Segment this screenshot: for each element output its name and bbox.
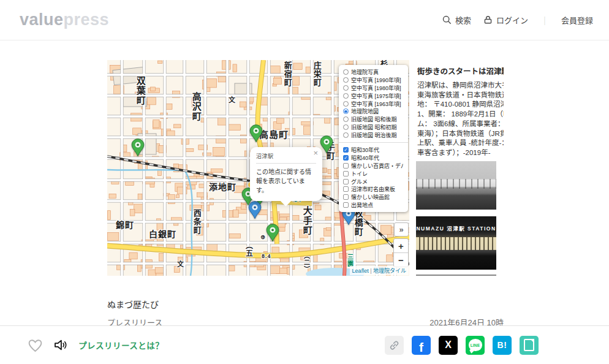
checkbox-checked-icon[interactable] <box>343 147 349 153</box>
share-facebook-button[interactable]: f <box>412 336 431 355</box>
station-photo-night: NUMAZU 沼津駅 STATION <box>416 216 496 270</box>
zoom-in-button[interactable]: + <box>394 239 408 253</box>
station-photo-third <box>416 275 496 276</box>
layer-option[interactable]: グルメ <box>343 178 404 186</box>
layer-option[interactable]: 旧版地図 昭和初期 <box>343 123 404 131</box>
layer-option-label: トイレ <box>351 170 368 178</box>
radio-icon[interactable] <box>343 69 349 75</box>
layer-option[interactable]: 昭和30年代 <box>343 146 404 154</box>
checkbox-checked-icon[interactable] <box>343 155 349 161</box>
map-label: 三園 <box>346 254 353 267</box>
map-label: 高島町 <box>259 130 289 140</box>
map-label: 高沢町 <box>191 92 201 121</box>
layer-option[interactable]: 旧版地図 昭和後期 <box>343 115 404 123</box>
sidebar-description: 沼津駅は、静岡県沼津市大手町東海旅客鉄道・日本貨物鉄道の地： 〒410-0801… <box>416 81 504 158</box>
sidebar-text-line: 東海）；日本貨物鉄道（JR貨物 <box>417 129 504 139</box>
logo-value-text: value <box>20 10 64 29</box>
sidebar-text-line: 1、開業： 1889年2月1日（明 <box>417 110 504 119</box>
layers-control: 地理院写真空中写真 [1990年頃]空中写真 [1980年頃]空中写真 [197… <box>339 65 408 212</box>
map-label: ⊕ <box>260 234 266 241</box>
zoom-out-button[interactable]: − <box>394 253 408 267</box>
radio-icon[interactable] <box>343 85 349 91</box>
map-sidebar: 街歩きのスタートは沼津駅 沼津駅は、静岡県沼津市大手町東海旅客鉄道・日本貨物鉄道… <box>416 60 504 276</box>
layer-option[interactable]: 懐かしい百貨店・デパート <box>343 162 404 170</box>
sidebar-heading: 街歩きのスタートは沼津駅 <box>417 65 504 77</box>
radio-icon[interactable] <box>343 101 349 107</box>
layer-option-label: グルメ <box>351 178 368 186</box>
popup-title: 沼津駅 <box>256 152 316 160</box>
checkbox-icon[interactable] <box>343 171 349 176</box>
like-button[interactable] <box>27 338 44 353</box>
radio-icon[interactable] <box>343 77 349 83</box>
facebook-icon: f <box>419 341 423 354</box>
layer-option[interactable]: 空中写真 [1975年頃] <box>343 92 404 100</box>
sidebar-text-line: 地： 〒410-0801 静岡県沼津市 <box>417 100 504 110</box>
layer-option-label: 地理院地図 <box>351 107 379 115</box>
login-label: ログイン <box>496 14 528 26</box>
map-label: 双葉町 <box>135 76 145 105</box>
layer-option[interactable]: 地理院地図 <box>343 107 404 115</box>
layer-option[interactable]: 空中写真 [1963年頃] <box>343 100 404 108</box>
lock-icon <box>483 15 493 25</box>
popup-close-icon[interactable]: × <box>313 149 318 157</box>
popup-divider <box>256 163 316 164</box>
register-link[interactable]: 会員登録 <box>561 14 593 26</box>
bottom-action-bar: プレスリリースとは？ fXLINEB! <box>0 325 609 364</box>
layer-option[interactable]: 旧版地図 明治後期 <box>343 131 404 139</box>
map-label: 文 <box>177 261 184 268</box>
radio-icon[interactable] <box>343 93 349 99</box>
read-aloud-button[interactable] <box>52 337 69 353</box>
layer-option[interactable]: 懐かしい映画館 <box>343 193 404 201</box>
site-logo[interactable]: valuepress <box>20 12 109 28</box>
share-line-button[interactable]: LINE <box>466 336 485 355</box>
share-hatena-button[interactable]: B! <box>493 336 512 355</box>
map-label: （五 <box>244 241 252 257</box>
layer-option[interactable]: 沼津市町名由来板 <box>343 185 404 193</box>
tiles-link[interactable]: 地理院タイル <box>373 268 406 274</box>
layer-option[interactable]: 地理院写真 <box>343 68 404 76</box>
checkbox-icon[interactable] <box>343 194 349 200</box>
checkbox-icon[interactable] <box>343 202 349 208</box>
share-x-button[interactable]: X <box>439 336 458 355</box>
heart-icon <box>27 338 44 353</box>
search-link[interactable]: 検索 <box>442 14 471 26</box>
map-label: 庄栄町 <box>312 61 321 87</box>
layer-option-label: 地理院写真 <box>351 68 379 76</box>
checkbox-icon[interactable] <box>343 163 349 169</box>
radio-icon[interactable] <box>343 132 349 138</box>
layer-option-label: 旧版地図 昭和初期 <box>351 123 397 131</box>
radio-selected-icon[interactable] <box>343 108 349 114</box>
layer-option[interactable]: 出発地点 <box>343 201 404 209</box>
checkbox-icon[interactable] <box>343 179 349 184</box>
layer-option-label: 空中写真 [1980年頃] <box>351 84 401 92</box>
layer-option-label: 旧版地図 明治後期 <box>351 131 397 139</box>
map-label: 大手町 <box>302 206 312 235</box>
overlay-layer-list: 昭和30年代昭和40年代懐かしい百貨店・デパートトイレグルメ沼津市町名由来板懐か… <box>343 146 404 209</box>
radio-icon[interactable] <box>343 124 349 130</box>
map-label: 新宿町 <box>283 61 292 87</box>
layer-option-label: 昭和30年代 <box>351 146 379 154</box>
radio-icon[interactable] <box>343 116 349 122</box>
layer-option-label: 空中写真 [1963年頃] <box>351 100 401 108</box>
share-copy-link-button[interactable] <box>385 336 404 355</box>
checkbox-icon[interactable] <box>343 186 349 192</box>
sidebar-text-line: 車客含まず）；-2019年- <box>417 148 504 158</box>
layer-option[interactable]: 昭和40年代 <box>343 154 404 162</box>
map-label: 文 <box>229 97 236 104</box>
leaflet-link[interactable]: Leaflet <box>352 268 369 274</box>
speaker-icon <box>52 337 69 353</box>
layer-option[interactable]: 空中写真 [1980年頃] <box>343 84 404 92</box>
about-press-release-link[interactable]: プレスリリースとは？ <box>78 339 164 351</box>
station-photo-day <box>416 161 496 210</box>
share-note-button[interactable] <box>520 336 539 355</box>
map-label: 添地町 <box>209 183 236 192</box>
sidebar-expand-button[interactable]: » <box>394 222 409 237</box>
layer-option[interactable]: 空中写真 [1990年頃] <box>343 76 404 84</box>
login-link[interactable]: ログイン <box>483 14 528 26</box>
search-label: 検索 <box>455 14 471 26</box>
base-layer-list: 地理院写真空中写真 [1990年頃]空中写真 [1980年頃]空中写真 [197… <box>343 68 404 139</box>
layer-option-label: 空中写真 [1975年頃] <box>351 92 401 100</box>
map-canvas[interactable]: 双葉町高沢町新宿町庄栄町高島町手町添地町錦町白銀町西条町大手町沼津駅三枚橋町（二… <box>107 60 409 276</box>
sidebar-text-line: 東海旅客鉄道・日本貨物鉄道の <box>417 91 504 100</box>
layer-option[interactable]: トイレ <box>343 170 404 178</box>
